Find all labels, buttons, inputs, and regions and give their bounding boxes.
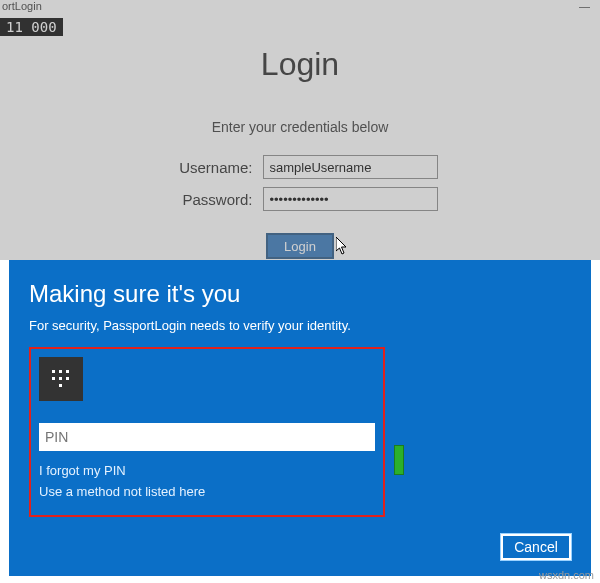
svg-rect-5 bbox=[66, 377, 69, 380]
forgot-pin-link[interactable]: I forgot my PIN bbox=[39, 461, 375, 482]
login-panel: Login Enter your credentials below Usern… bbox=[0, 36, 600, 259]
page-title: Login bbox=[0, 46, 600, 83]
svg-rect-1 bbox=[59, 370, 62, 373]
keypad-icon bbox=[39, 357, 83, 401]
pin-panel: I forgot my PIN Use a method not listed … bbox=[29, 347, 385, 517]
username-label: Username: bbox=[163, 159, 253, 176]
verify-identity-dialog: Making sure it's you For security, Passp… bbox=[9, 260, 591, 576]
svg-rect-2 bbox=[66, 370, 69, 373]
counters-overlay: 11 000 bbox=[0, 18, 63, 36]
watermark: wsxdn.com bbox=[539, 569, 594, 581]
username-input[interactable] bbox=[263, 155, 438, 179]
password-input[interactable] bbox=[263, 187, 438, 211]
username-row: Username: bbox=[0, 155, 600, 179]
login-button[interactable]: Login bbox=[266, 233, 334, 259]
dialog-title: Making sure it's you bbox=[29, 280, 571, 308]
svg-rect-4 bbox=[59, 377, 62, 380]
alt-method-link[interactable]: Use a method not listed here bbox=[39, 482, 375, 503]
window-min-icon[interactable]: — bbox=[579, 0, 600, 18]
title-bar: ortLogin — bbox=[0, 0, 600, 18]
pin-input[interactable] bbox=[39, 423, 375, 451]
password-label: Password: bbox=[163, 191, 253, 208]
page-subtitle: Enter your credentials below bbox=[0, 119, 600, 135]
green-indicator bbox=[394, 445, 404, 475]
dialog-subtitle: For security, PassportLogin needs to ver… bbox=[29, 318, 571, 333]
svg-rect-0 bbox=[52, 370, 55, 373]
svg-rect-6 bbox=[59, 384, 62, 387]
svg-rect-3 bbox=[52, 377, 55, 380]
window-title: ortLogin bbox=[2, 0, 42, 18]
cancel-button[interactable]: Cancel bbox=[501, 534, 571, 560]
password-row: Password: bbox=[0, 187, 600, 211]
